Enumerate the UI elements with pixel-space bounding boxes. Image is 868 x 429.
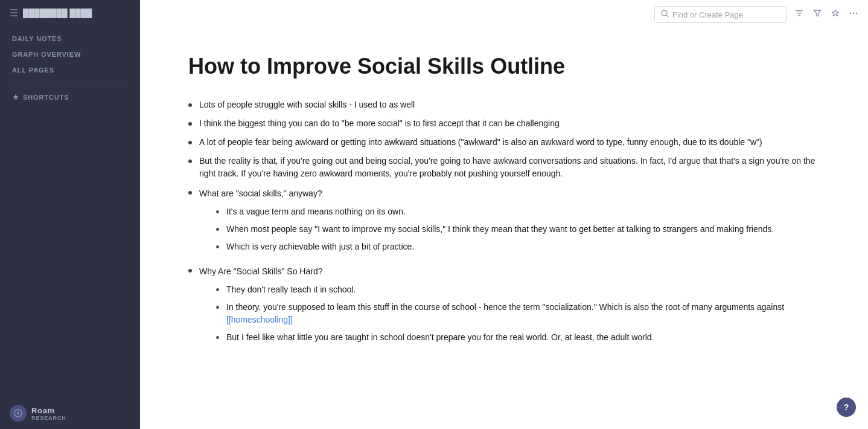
bullet-dot [188, 160, 192, 163]
list-item: When most people say "I want to improve … [216, 223, 820, 236]
nested-list: They don't really teach it in school. In… [199, 283, 820, 344]
topbar: Find or Create Page [140, 0, 868, 29]
sidebar-item-graph-overview[interactable]: Graph Overview [0, 47, 140, 62]
list-item: But I feel like what little you are taug… [216, 331, 820, 344]
nested-text: They don't really teach it in school. [226, 283, 820, 296]
homeschooling-link[interactable]: [[homeschooling]] [226, 315, 293, 324]
bullet-text: I think the biggest thing you can do to … [199, 117, 820, 130]
sidebar-item-daily-notes[interactable]: Daily Notes [0, 31, 140, 47]
search-icon [661, 10, 669, 19]
list-item: In theory, you're supposed to learn this… [216, 301, 820, 326]
sidebar-header: ☰ ████████ ████ [0, 0, 140, 26]
shortcuts-label: Shortcuts [23, 94, 69, 101]
bullet-dot [216, 306, 219, 309]
list-item: But the reality is that, if you're going… [188, 155, 820, 180]
bullet-text: What are "social skills," anyway? [199, 189, 322, 198]
bullet-dot [216, 228, 219, 231]
svg-line-3 [666, 15, 668, 17]
bullet-dot [216, 336, 219, 339]
list-item: Lots of people struggle with social skil… [188, 98, 820, 111]
roam-logo: Roam Research [10, 405, 66, 422]
bullet-dot [216, 288, 219, 291]
bullet-list: Lots of people struggle with social skil… [188, 98, 820, 349]
list-item: I think the biggest thing you can do to … [188, 117, 820, 130]
bullet-dot [188, 141, 192, 144]
bullet-dot [216, 245, 219, 248]
list-item: Why Are "Social Skills" So Hard? They do… [188, 264, 820, 349]
nested-text: When most people say "I want to improve … [226, 223, 820, 236]
star-icon[interactable] [831, 8, 840, 21]
list-item: They don't really teach it in school. [216, 283, 820, 296]
nested-text: It's a vague term and means nothing on i… [226, 205, 820, 218]
topbar-icons [794, 8, 858, 21]
svg-point-7 [850, 13, 852, 15]
bullet-text: Lots of people struggle with social skil… [199, 98, 820, 111]
roam-brand-name: Roam [31, 406, 66, 415]
help-button[interactable]: ? [837, 398, 856, 417]
list-item: Which is very achievable with just a bit… [216, 240, 820, 253]
bullet-dot [188, 122, 192, 126]
svg-point-1 [17, 412, 19, 414]
nested-text: In theory, you're supposed to learn this… [226, 301, 820, 326]
search-box[interactable]: Find or Create Page [654, 6, 787, 23]
svg-rect-4 [796, 10, 803, 11]
svg-rect-5 [797, 13, 802, 14]
nested-text: Which is very achievable with just a bit… [226, 240, 820, 253]
bullet-dot [188, 269, 192, 273]
list-item: What are "social skills," anyway? It's a… [188, 186, 820, 258]
bullet-text: Why Are "Social Skills" So Hard? [199, 266, 322, 276]
sidebar-item-all-pages[interactable]: All Pages [0, 62, 140, 78]
roam-brand-tagline: Research [31, 415, 66, 421]
filter-icon[interactable] [794, 8, 804, 21]
bullet-dot [216, 210, 219, 213]
nested-list: It's a vague term and means nothing on i… [199, 205, 820, 253]
list-item: It's a vague term and means nothing on i… [216, 205, 820, 218]
main-content: Find or Create Page [140, 0, 868, 429]
svg-rect-6 [798, 15, 800, 16]
sidebar: ☰ ████████ ████ Daily Notes Graph Overvi… [0, 0, 140, 429]
sidebar-nav: Daily Notes Graph Overview All Pages ★ S… [0, 26, 140, 398]
bullet-text: A lot of people fear being awkward or ge… [199, 136, 820, 149]
graph-name: ████████ ████ [23, 8, 130, 18]
svg-point-9 [856, 13, 858, 15]
sidebar-divider [10, 83, 130, 83]
sidebar-footer: Roam Research [0, 398, 140, 429]
more-options-icon[interactable] [849, 8, 858, 21]
search-placeholder: Find or Create Page [672, 10, 743, 19]
svg-point-8 [853, 13, 855, 15]
bullet-text: But the reality is that, if you're going… [199, 155, 820, 180]
page-content: How to Improve Social Skills Outline Lot… [140, 29, 868, 429]
funnel-icon[interactable] [812, 8, 822, 21]
nested-text: But I feel like what little you are taug… [226, 331, 820, 344]
page-title: How to Improve Social Skills Outline [188, 53, 820, 79]
bullet-dot [188, 191, 192, 195]
sidebar-shortcuts[interactable]: ★ Shortcuts [0, 88, 140, 106]
roam-logo-icon [10, 405, 27, 422]
bullet-dot [188, 103, 192, 107]
list-item: A lot of people fear being awkward or ge… [188, 136, 820, 149]
shortcuts-star-icon: ★ [12, 92, 19, 102]
menu-icon[interactable]: ☰ [10, 7, 18, 19]
roam-logo-text: Roam Research [31, 406, 66, 421]
